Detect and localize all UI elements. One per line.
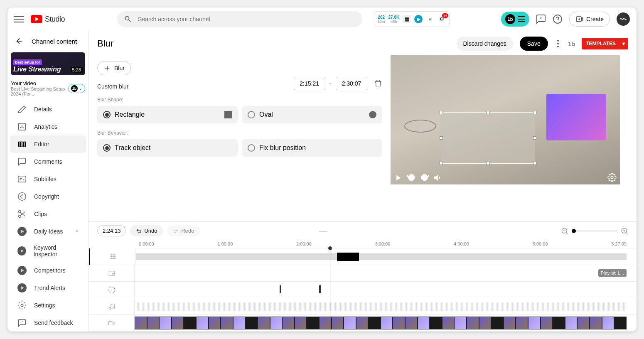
resize-handle[interactable] <box>440 136 443 140</box>
sidebar-item-keyword[interactable]: Keyword Inspector <box>10 240 86 262</box>
svg-point-14 <box>111 254 111 255</box>
resize-handle[interactable] <box>440 162 443 165</box>
clips-icon <box>17 209 27 219</box>
ext-notif-icon: ⚙84 <box>438 15 446 23</box>
video-preview[interactable]: 10 10 <box>391 55 620 184</box>
tb-icon: 1b <box>505 14 515 24</box>
sidebar-item-copyright[interactable]: Copyright <box>10 188 86 205</box>
end-time-input[interactable] <box>336 77 367 90</box>
plus-icon <box>103 64 111 72</box>
play-circle-icon <box>17 283 27 292</box>
svg-point-18 <box>112 256 113 257</box>
sidebar-item-daily-ideas[interactable]: Daily Ideas <box>10 223 86 240</box>
svg-rect-24 <box>112 273 114 275</box>
user-avatar[interactable] <box>617 12 630 26</box>
search-input[interactable] <box>138 16 356 22</box>
help-icon[interactable] <box>553 14 563 24</box>
discard-button[interactable]: Discard changes <box>457 37 513 51</box>
undo-button[interactable]: Undo <box>130 225 163 236</box>
svg-text:10: 10 <box>410 177 413 179</box>
create-button[interactable]: Create <box>569 12 610 27</box>
radio-unchecked-icon <box>248 111 255 118</box>
sidebar-item-analytics[interactable]: Analytics <box>10 118 86 135</box>
shape-oval-option[interactable]: Oval <box>242 106 382 123</box>
back-channel-content[interactable]: Channel content <box>7 32 88 50</box>
avatar-icon <box>619 15 627 23</box>
start-time-input[interactable] <box>294 77 325 90</box>
svg-rect-26 <box>108 321 113 325</box>
radio-unchecked-icon <box>248 144 255 152</box>
resize-handle[interactable] <box>487 111 490 114</box>
sidebar-item-settings[interactable]: Settings <box>10 297 86 314</box>
blur-region[interactable] <box>441 112 535 164</box>
sidebar-item-clips[interactable]: Clips <box>10 205 86 223</box>
sidebar-item-editor[interactable]: Editor <box>10 135 86 153</box>
card-marker[interactable] <box>319 285 321 293</box>
behavior-fix-option[interactable]: Fix blur position <box>242 139 382 157</box>
svg-point-17 <box>111 256 111 257</box>
shape-rectangle-option[interactable]: Rectangle <box>97 106 238 123</box>
resize-handle[interactable] <box>533 162 536 165</box>
sidebar-item-details[interactable]: Details <box>10 101 86 118</box>
svg-rect-4 <box>18 176 26 182</box>
feedback-icon[interactable] <box>536 14 546 24</box>
time-ruler[interactable]: 0:00:00 1:00:00 2:00:00 3:00:00 4:00:00 … <box>139 240 637 248</box>
endscreen-element[interactable]: Playlist: L... <box>598 269 627 277</box>
video-track[interactable] <box>89 315 637 332</box>
sidebar-item-comments[interactable]: Comments <box>10 153 86 170</box>
info-icon <box>108 286 116 294</box>
play-circle-icon <box>17 227 27 236</box>
youtube-icon <box>31 15 42 23</box>
svg-point-22 <box>114 258 115 259</box>
settings-icon[interactable] <box>607 173 617 182</box>
extension-stats[interactable]: 26260m 27.8K48h ▦ ▶ ≡ ⚙84 <box>374 11 450 27</box>
resize-handle[interactable] <box>533 111 536 114</box>
cards-track[interactable] <box>89 282 637 298</box>
card-marker[interactable] <box>280 285 281 293</box>
video-icon <box>108 319 116 327</box>
delete-blur-icon[interactable] <box>374 79 382 88</box>
video-thumbnail[interactable]: Best setup for Live Streaming 5:28 <box>11 52 85 75</box>
undo-icon <box>136 228 142 234</box>
blur-track-icon <box>109 253 117 260</box>
sidebar-item-subtitles[interactable]: Subtitles <box>10 170 86 188</box>
save-button[interactable]: Save <box>520 37 548 51</box>
play-icon[interactable] <box>394 174 402 182</box>
search-icon <box>124 15 132 23</box>
volume-icon[interactable] <box>434 174 442 182</box>
rewind-10-icon[interactable]: 10 <box>407 174 415 182</box>
analytics-icon <box>17 122 27 131</box>
more-options[interactable] <box>555 40 561 47</box>
custom-blur-label: Custom blur <box>97 83 128 90</box>
zoom-out-icon[interactable] <box>561 227 568 235</box>
blur-clip[interactable] <box>337 253 359 261</box>
copyright-icon <box>17 192 27 201</box>
search-box[interactable] <box>117 11 362 27</box>
youtube-studio-logo[interactable]: Studio <box>31 15 65 24</box>
blur-track[interactable] <box>89 248 637 265</box>
zoom-in-icon[interactable] <box>621 227 628 235</box>
comments-icon <box>17 157 27 166</box>
hamburger-menu[interactable] <box>14 14 24 24</box>
resize-handle[interactable] <box>487 162 490 165</box>
sidebar-pill[interactable]: 1b ⌄ <box>68 84 85 93</box>
resize-handle[interactable] <box>440 111 443 114</box>
templates-button[interactable]: TEMPLATES <box>582 38 628 49</box>
sidebar-item-competitors[interactable]: Competitors <box>10 262 86 279</box>
forward-10-icon[interactable]: 10 <box>420 174 429 182</box>
audio-track[interactable] <box>89 298 637 315</box>
playhead[interactable] <box>330 248 330 332</box>
sidebar-item-feedback[interactable]: Send feedback <box>10 314 86 332</box>
current-time[interactable]: 2:24:13 <box>97 225 126 236</box>
add-blur-button[interactable]: Blur <box>97 61 131 75</box>
endscreen-track[interactable]: Playlist: L... <box>89 265 637 282</box>
sidebar-item-trend[interactable]: Trend Alerts <box>10 279 86 297</box>
behavior-track-option[interactable]: Track object <box>97 139 238 157</box>
resize-handle[interactable] <box>533 136 536 140</box>
zoom-slider[interactable] <box>572 231 617 231</box>
tubebuddy-badge[interactable]: 1b <box>501 12 529 27</box>
play-circle-icon <box>17 266 27 275</box>
blur-behavior-label: Blur Behavior: <box>97 130 382 136</box>
panel-drag-handle[interactable] <box>319 230 327 232</box>
logo-text: Studio <box>45 15 65 24</box>
